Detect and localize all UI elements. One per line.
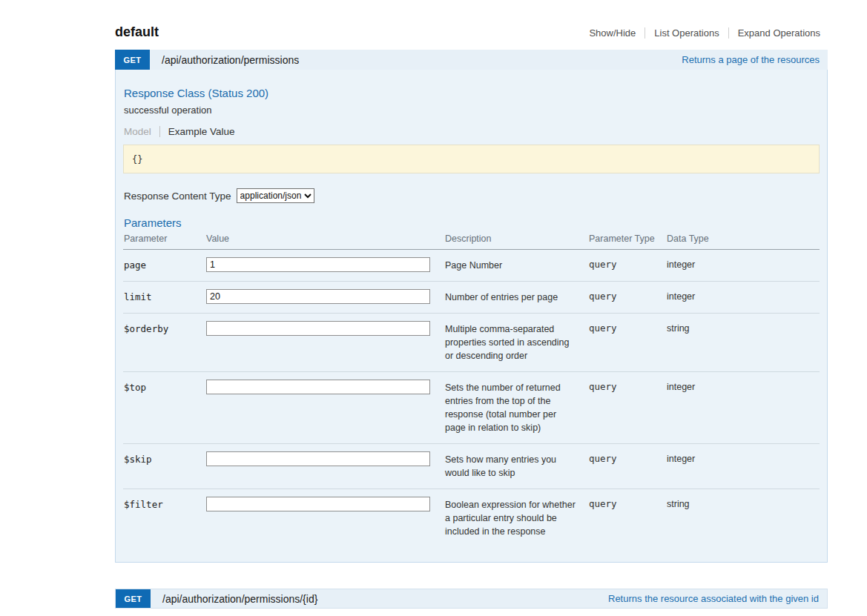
parameter-value-input[interactable] [206, 497, 430, 511]
parameter-type: query [588, 282, 666, 314]
resource-header: default Show/Hide List Operations Expand… [115, 24, 828, 40]
response-tabs: Model Example Value [124, 126, 820, 137]
response-content-type-label: Response Content Type [124, 191, 231, 202]
parameter-name: $filter [123, 489, 205, 548]
parameter-value-input[interactable] [206, 289, 430, 304]
parameter-value-input[interactable] [206, 321, 430, 336]
tab-example-value[interactable]: Example Value [160, 126, 235, 137]
parameters-heading: Parameters [124, 216, 820, 229]
parameter-description: Sets how many entries you would like to … [444, 444, 588, 489]
operation-heading[interactable]: GET /api/authorization/permissions/{id} … [115, 589, 828, 609]
response-class-heading: Response Class (Status 200) [124, 87, 820, 99]
operation-get-permission-by-id: GET /api/authorization/permissions/{id} … [115, 589, 828, 609]
parameter-row: $orderby Multiple comma-separated proper… [123, 314, 820, 372]
parameter-description: Number of entries per page [444, 282, 588, 314]
operation-summary-link[interactable]: Returns a page of the resources [682, 50, 820, 70]
parameter-value-input[interactable] [206, 451, 430, 466]
parameters-table: Parameter Value Description Parameter Ty… [123, 234, 820, 547]
resource-title[interactable]: default [115, 24, 159, 40]
response-class-subtext: successful operation [124, 105, 820, 116]
parameter-data-type: string [666, 489, 820, 548]
http-method-badge: GET [115, 50, 150, 70]
response-content-type-row: Response Content Type application/json [124, 188, 820, 203]
parameter-data-type: integer [666, 282, 820, 314]
show-hide-link[interactable]: Show/Hide [580, 27, 645, 39]
parameter-type: query [588, 314, 666, 372]
parameter-description: Multiple comma-separated properties sort… [444, 314, 588, 372]
col-header-description: Description [444, 234, 588, 250]
parameter-row: $top Sets the number of returned entries… [123, 372, 820, 444]
operation-content: Response Class (Status 200) successful o… [115, 70, 828, 563]
parameter-row: $skip Sets how many entries you would li… [123, 444, 820, 489]
operation-get-permissions: GET /api/authorization/permissions Retur… [115, 50, 828, 563]
parameter-data-type: integer [666, 372, 820, 444]
api-resource-section: default Show/Hide List Operations Expand… [115, 0, 828, 609]
http-method-badge: GET [116, 589, 151, 608]
parameter-name: $top [123, 372, 205, 444]
parameter-name: page [123, 250, 205, 282]
operation-summary-link[interactable]: Returns the resource associated with the… [608, 589, 819, 608]
parameter-name: limit [123, 282, 205, 314]
parameter-row: page Page Number query integer [123, 250, 820, 282]
example-value-code: {} [123, 145, 820, 173]
parameters-header-row: Parameter Value Description Parameter Ty… [123, 234, 820, 250]
operation-path-link[interactable]: /api/authorization/permissions/{id} [162, 589, 317, 608]
parameter-type: query [588, 444, 666, 489]
list-operations-link[interactable]: List Operations [645, 27, 728, 39]
col-header-parameter-type: Parameter Type [588, 234, 666, 250]
col-header-data-type: Data Type [666, 234, 820, 250]
parameter-type: query [588, 372, 666, 444]
col-header-parameter: Parameter [123, 234, 205, 250]
parameter-type: query [588, 489, 666, 548]
parameter-value-input[interactable] [206, 257, 430, 272]
expand-operations-link[interactable]: Expand Operations [728, 27, 820, 39]
parameter-description: Sets the number of returned entries from… [444, 372, 588, 444]
parameter-type: query [588, 250, 666, 282]
parameter-data-type: integer [666, 250, 820, 282]
response-content-type-select[interactable]: application/json [237, 188, 314, 203]
parameter-data-type: integer [666, 444, 820, 489]
parameter-name: $skip [123, 444, 205, 489]
parameter-row: limit Number of entries per page query i… [123, 282, 820, 314]
parameter-description: Boolean expression for whether a particu… [444, 489, 588, 548]
parameter-value-input[interactable] [206, 380, 430, 394]
resource-actions: Show/Hide List Operations Expand Operati… [580, 27, 820, 39]
parameter-row: $filter Boolean expression for whether a… [123, 489, 820, 548]
parameter-name: $orderby [123, 314, 205, 372]
col-header-value: Value [205, 234, 444, 250]
operation-path-link[interactable]: /api/authorization/permissions [162, 50, 299, 70]
operation-heading[interactable]: GET /api/authorization/permissions Retur… [115, 50, 828, 70]
parameter-description: Page Number [444, 250, 588, 282]
parameter-data-type: string [666, 314, 820, 372]
tab-model[interactable]: Model [124, 126, 160, 137]
